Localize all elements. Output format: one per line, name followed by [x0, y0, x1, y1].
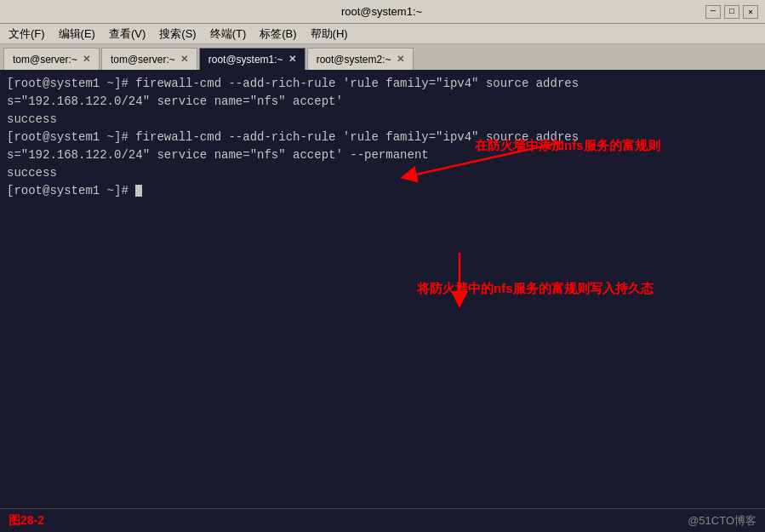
tab-3[interactable]: root@system2:~ ✕: [307, 48, 414, 70]
maximize-button[interactable]: □: [724, 5, 739, 19]
arrow-svg-2: [374, 236, 579, 312]
tab-2[interactable]: root@system1:~ ✕: [199, 48, 305, 70]
window-controls[interactable]: ─ □ ✕: [705, 5, 758, 19]
menu-edit[interactable]: 编辑(E): [54, 25, 100, 43]
menu-terminal[interactable]: 终端(T): [205, 25, 252, 43]
menu-help[interactable]: 帮助(H): [305, 25, 353, 43]
tab-0-close[interactable]: ✕: [83, 54, 90, 65]
terminal-output: [root@system1 ~]# firewall-cmd --add-ric…: [7, 75, 758, 200]
tab-1-label: tom@server:~: [111, 54, 175, 66]
bottom-bar: 图28-2 @51CTO博客: [0, 508, 765, 532]
tab-1[interactable]: tom@server:~ ✕: [101, 48, 197, 70]
watermark: @51CTO博客: [688, 513, 756, 529]
menu-bar: 文件(F) 编辑(E) 查看(V) 搜索(S) 终端(T) 标签(B) 帮助(H…: [0, 24, 765, 44]
annotation-2: 将防火墙中的nfs服务的富规则写入持久态: [417, 281, 654, 297]
tab-2-close[interactable]: ✕: [288, 54, 296, 65]
menu-view[interactable]: 查看(V): [104, 25, 151, 43]
terminal-cursor: [135, 185, 142, 197]
tab-3-label: root@system2:~: [317, 54, 391, 66]
tab-3-close[interactable]: ✕: [397, 54, 404, 65]
tab-0[interactable]: tom@server:~ ✕: [3, 48, 100, 70]
tab-2-label: root@system1:~: [208, 54, 283, 66]
close-button[interactable]: ✕: [743, 5, 758, 19]
minimize-button[interactable]: ─: [705, 5, 721, 19]
figure-label: 图28-2: [9, 513, 44, 529]
menu-file[interactable]: 文件(F): [3, 25, 50, 43]
tab-0-label: tom@server:~: [13, 54, 77, 66]
title-bar: root@system1:~ ─ □ ✕: [0, 0, 765, 24]
tab-1-close[interactable]: ✕: [180, 54, 188, 65]
menu-tabs[interactable]: 标签(B): [254, 25, 301, 43]
terminal-area[interactable]: [root@system1 ~]# firewall-cmd --add-ric…: [0, 70, 765, 508]
title-text: root@system1:~: [58, 5, 705, 18]
menu-search[interactable]: 搜索(S): [154, 25, 201, 43]
tab-bar: tom@server:~ ✕ tom@server:~ ✕ root@syste…: [0, 44, 765, 70]
